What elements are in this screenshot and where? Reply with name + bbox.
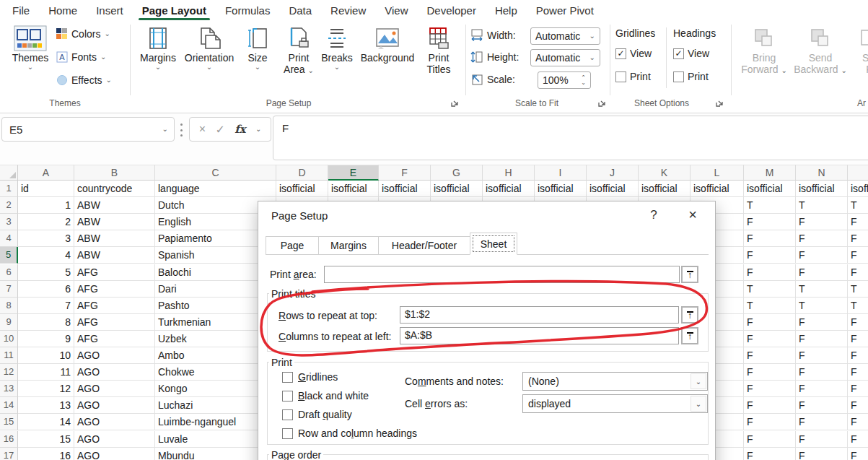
grid-cell-A1[interactable]: id (18, 181, 74, 197)
margins-button[interactable]: Margins⌄ (136, 25, 180, 71)
row-header-9[interactable]: 9 (0, 314, 18, 331)
grid-cell-M5[interactable]: F (744, 247, 796, 264)
grid-cell-N11[interactable]: F (796, 347, 848, 364)
fonts-button[interactable]: A Fonts⌄ (56, 51, 106, 63)
checkbox-icon[interactable]: ✓ (615, 48, 626, 59)
ribbon-tab-home[interactable]: Home (39, 0, 87, 20)
grid-cell-M11[interactable]: F (744, 347, 796, 364)
grid-cell-O6[interactable]: F (848, 264, 868, 281)
size-button[interactable]: Size⌄ (238, 25, 277, 71)
ribbon-tab-help[interactable]: Help (486, 0, 527, 20)
column-header-I[interactable]: I (535, 165, 587, 181)
grid-cell-B17[interactable]: AGO (74, 448, 155, 460)
column-header-L[interactable]: L (691, 165, 744, 181)
row-header-14[interactable]: 14 (0, 397, 18, 414)
colors-button[interactable]: Colors⌄ (56, 28, 110, 40)
column-header-F[interactable]: F (379, 165, 431, 181)
grid-cell-N12[interactable]: F (796, 364, 848, 381)
scale-to-fit-dialog-launcher-icon[interactable] (597, 99, 607, 108)
grid-cell-M6[interactable]: F (744, 264, 796, 281)
ribbon-tab-file[interactable]: File (3, 0, 39, 20)
grid-cell-M15[interactable]: F (744, 414, 796, 430)
grid-cell-M12[interactable]: F (744, 364, 796, 381)
grid-cell-A7[interactable]: 6 (18, 281, 74, 298)
grid-cell-N14[interactable]: F (796, 397, 848, 414)
row-header-15[interactable]: 15 (0, 414, 18, 430)
row-header-16[interactable]: 16 (0, 431, 18, 448)
grid-cell-K1[interactable]: isofficial (639, 181, 691, 197)
grid-cell-O16[interactable]: F (848, 431, 868, 448)
grid-cell-O11[interactable]: F (848, 347, 868, 364)
grid-cell-M17[interactable]: F (744, 448, 796, 460)
ribbon-tab-review[interactable]: Review (321, 0, 375, 20)
column-header-A[interactable]: A (18, 165, 74, 181)
grid-cell-M13[interactable]: F (744, 381, 796, 397)
grid-cell-A14[interactable]: 13 (18, 397, 74, 414)
grid-cell-N9[interactable]: F (796, 314, 848, 331)
print-titles-button[interactable]: PrintTitles (421, 25, 456, 75)
cell-errors-as-dropdown[interactable]: displayed ⌄ (522, 394, 708, 413)
grid-cell-O3[interactable]: F (848, 214, 868, 230)
row-header-13[interactable]: 13 (0, 381, 18, 397)
grid-cell-N13[interactable]: F (796, 381, 848, 397)
grid-cell-A12[interactable]: 11 (18, 364, 74, 381)
dialog-tab-sheet[interactable]: Sheet (470, 233, 517, 255)
checkbox-icon[interactable]: ✓ (673, 48, 684, 59)
dialog-tab-page[interactable]: Page (266, 236, 319, 254)
grid-cell-B10[interactable]: AFG (74, 331, 155, 347)
grid-cell-B1[interactable]: countrycode (74, 181, 155, 197)
chevron-down-icon[interactable]: ⌄ (691, 396, 706, 412)
column-header-E[interactable]: E (328, 165, 379, 181)
grid-cell-O1[interactable]: isofficial (848, 181, 868, 197)
grid-cell-O12[interactable]: F (848, 364, 868, 381)
grid-cell-B3[interactable]: ABW (74, 214, 155, 230)
grid-cell-N3[interactable]: F (796, 214, 848, 230)
cancel-icon[interactable]: × (199, 123, 206, 136)
grid-cell-A17[interactable]: 16 (18, 448, 74, 460)
ribbon-tab-formulas[interactable]: Formulas (216, 0, 280, 20)
headings-print-checkbox[interactable]: Print (673, 71, 709, 82)
help-button[interactable]: ? (645, 208, 662, 222)
print-area-collapse-button[interactable]: ↑ (681, 266, 698, 283)
grid-cell-N2[interactable]: T (796, 197, 848, 214)
grid-cell-M10[interactable]: F (744, 331, 796, 347)
name-box[interactable]: E5 ⌄ (1, 117, 175, 142)
grid-cell-G1[interactable]: isofficial (431, 181, 483, 197)
dialog-tab-margins[interactable]: Margins (318, 236, 379, 254)
grid-cell-O13[interactable]: F (848, 381, 868, 397)
column-header-O[interactable]: O (848, 165, 868, 181)
grid-cell-O2[interactable]: T (848, 197, 868, 214)
grid-cell-L1[interactable]: isofficial (691, 181, 744, 197)
grid-cell-B15[interactable]: AGO (74, 414, 155, 430)
grid-cell-N15[interactable]: F (796, 414, 848, 430)
columns-to-repeat-input[interactable]: $A:$B (400, 327, 679, 344)
row-header-12[interactable]: 12 (0, 364, 18, 381)
grid-cell-B11[interactable]: AGO (74, 347, 155, 364)
grid-cell-O10[interactable]: F (848, 331, 868, 347)
print-area-button[interactable]: PrintArea ⌄ (279, 25, 319, 75)
grid-cell-B5[interactable]: ABW (74, 247, 155, 264)
grid-cell-M1[interactable]: isofficial (744, 181, 796, 197)
themes-button[interactable]: Themes ⌄ (9, 25, 52, 71)
print-area-input[interactable] (324, 266, 680, 283)
enter-check-icon[interactable]: ✓ (215, 123, 224, 136)
row-header-6[interactable]: 6 (0, 264, 18, 281)
ribbon-tab-power-pivot[interactable]: Power Pivot (527, 0, 603, 20)
grid-cell-B2[interactable]: ABW (74, 197, 155, 214)
grid-cell-B8[interactable]: AFG (74, 298, 155, 314)
gridlines-checkbox[interactable] (282, 372, 293, 383)
column-header-J[interactable]: J (587, 165, 639, 181)
ribbon-tab-developer[interactable]: Developer (418, 0, 486, 20)
ribbon-tab-data[interactable]: Data (279, 0, 321, 20)
grid-cell-B7[interactable]: AFG (74, 281, 155, 298)
row-header-8[interactable]: 8 (0, 298, 18, 314)
row-header-3[interactable]: 3 (0, 214, 18, 230)
selection-pane-button[interactable]: Sel P (851, 25, 868, 75)
columns-to-repeat-collapse-button[interactable]: ↑ (681, 327, 698, 344)
grid-cell-A15[interactable]: 14 (18, 414, 74, 430)
grid-cell-N4[interactable]: F (796, 230, 848, 247)
close-icon[interactable]: × (683, 207, 703, 223)
grid-cell-M16[interactable]: F (744, 431, 796, 448)
grid-cell-I1[interactable]: isofficial (535, 181, 587, 197)
background-button[interactable]: Background (356, 25, 418, 64)
